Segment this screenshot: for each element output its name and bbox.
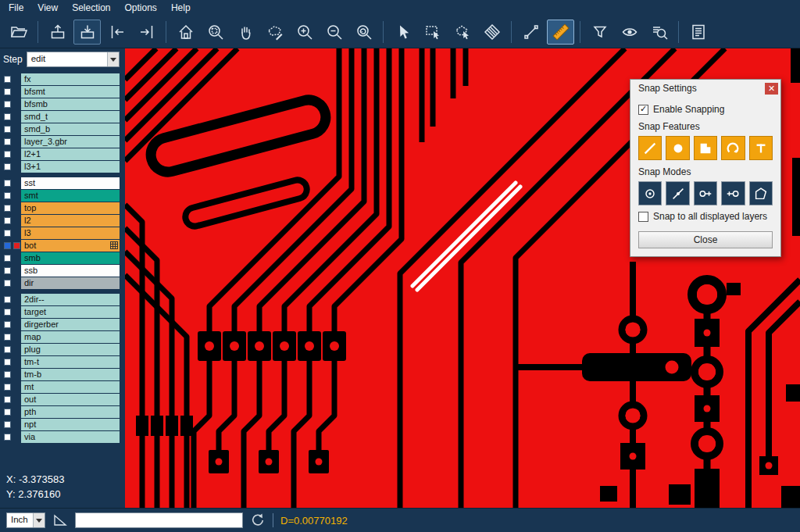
layer-visibility-checkbox[interactable] bbox=[4, 76, 11, 83]
visibility-button[interactable] bbox=[616, 20, 643, 45]
layer-visibility-checkbox[interactable] bbox=[4, 230, 11, 237]
units-select[interactable]: Inch bbox=[6, 512, 45, 528]
layer-row-out[interactable]: out bbox=[0, 394, 125, 405]
layer-name[interactable]: smd_t bbox=[21, 111, 120, 123]
layer-visibility-checkbox[interactable] bbox=[4, 359, 11, 366]
layer-name[interactable]: bot bbox=[21, 240, 120, 252]
layer-row-sst[interactable]: sst bbox=[0, 177, 125, 189]
layer-row-tm-b[interactable]: tm-b bbox=[0, 369, 125, 380]
layer-row-pth[interactable]: pth bbox=[0, 406, 125, 418]
layer-row-l3+1[interactable]: l3+1 bbox=[0, 161, 125, 173]
layer-row-bfsmt[interactable]: bfsmt bbox=[0, 86, 125, 98]
menu-options[interactable]: Options bbox=[118, 0, 164, 16]
find-button[interactable] bbox=[645, 20, 673, 45]
command-input[interactable] bbox=[75, 512, 243, 528]
layer-visibility-checkbox[interactable] bbox=[4, 217, 11, 224]
layer-name[interactable]: dir bbox=[21, 277, 120, 289]
layer-visibility-checkbox[interactable] bbox=[4, 309, 11, 316]
zoom-polygon-button[interactable] bbox=[261, 20, 288, 45]
layer-name[interactable]: sst bbox=[21, 177, 120, 189]
layer-row-ssb[interactable]: ssb bbox=[0, 265, 125, 277]
layer-name[interactable]: smb bbox=[21, 252, 120, 264]
layer-name[interactable]: top bbox=[21, 202, 120, 214]
select-button[interactable] bbox=[389, 20, 416, 45]
layer-visibility-checkbox[interactable] bbox=[4, 113, 11, 120]
report-button[interactable] bbox=[684, 20, 712, 45]
layer-visibility-checkbox[interactable] bbox=[4, 267, 11, 274]
layer-name[interactable]: mt bbox=[21, 381, 120, 393]
layer-visibility-checkbox[interactable] bbox=[4, 371, 11, 378]
layer-row-npt[interactable]: npt bbox=[0, 419, 125, 430]
pan-button[interactable] bbox=[231, 20, 259, 45]
menu-view[interactable]: View bbox=[30, 0, 65, 16]
zoom-in-button[interactable] bbox=[291, 20, 318, 45]
layer-row-dirgerber[interactable]: dirgerber bbox=[0, 319, 125, 330]
feature-text-button[interactable] bbox=[749, 136, 773, 160]
zoom-out-button[interactable] bbox=[320, 20, 348, 45]
mode-center-button[interactable] bbox=[638, 181, 662, 205]
layer-visibility-checkbox[interactable] bbox=[4, 346, 11, 353]
measure-ruler-button[interactable] bbox=[547, 20, 574, 45]
layer-name[interactable]: l3+1 bbox=[21, 161, 120, 173]
layer-visibility-checkbox[interactable] bbox=[4, 163, 11, 170]
layer-name[interactable]: out bbox=[21, 394, 120, 405]
layer-visibility-checkbox[interactable] bbox=[4, 255, 11, 262]
load-top-button[interactable] bbox=[44, 20, 71, 45]
mode-pad-exit-button[interactable] bbox=[721, 181, 745, 205]
layer-row-smd_t[interactable]: smd_t bbox=[0, 111, 125, 123]
dock-left-button[interactable] bbox=[103, 20, 130, 45]
layer-name[interactable]: layer_3.gbr bbox=[21, 136, 120, 148]
layer-visibility-checkbox[interactable] bbox=[4, 334, 11, 341]
dialog-title-bar[interactable]: Snap Settings ✕ bbox=[630, 80, 780, 97]
layer-visibility-checkbox[interactable] bbox=[4, 409, 11, 416]
rotate-icon[interactable] bbox=[250, 512, 266, 528]
feature-surface-button[interactable] bbox=[694, 136, 717, 160]
layer-visibility-checkbox[interactable] bbox=[4, 126, 11, 133]
layer-visibility-checkbox[interactable] bbox=[4, 296, 11, 303]
mode-outline-button[interactable] bbox=[749, 181, 773, 205]
layer-name[interactable]: map bbox=[21, 331, 120, 343]
layer-row-plug[interactable]: plug bbox=[0, 344, 125, 355]
layer-name[interactable]: bfsmb bbox=[21, 98, 120, 110]
layer-name[interactable]: tm-t bbox=[21, 356, 120, 368]
layer-name[interactable]: pth bbox=[21, 406, 120, 418]
mode-midpoint-button[interactable] bbox=[666, 181, 689, 205]
feature-line-button[interactable] bbox=[638, 136, 662, 160]
feature-arc-button[interactable] bbox=[721, 136, 745, 160]
layer-visibility-checkbox[interactable] bbox=[4, 205, 11, 212]
layer-row-mt[interactable]: mt bbox=[0, 381, 125, 393]
enable-snapping-checkbox[interactable]: ✓ bbox=[638, 105, 648, 115]
layer-row-bot[interactable]: bot bbox=[0, 240, 125, 252]
home-view-button[interactable] bbox=[172, 20, 199, 45]
layer-name[interactable]: npt bbox=[21, 419, 120, 430]
layer-name[interactable]: tm-b bbox=[21, 369, 120, 380]
select-polygon-button[interactable] bbox=[448, 20, 476, 45]
zoom-window-button[interactable] bbox=[202, 20, 229, 45]
layer-row-top[interactable]: top bbox=[0, 202, 125, 214]
layer-name[interactable]: smt bbox=[21, 190, 120, 202]
hatch-button[interactable] bbox=[478, 20, 505, 45]
layer-name[interactable]: 2dir-- bbox=[21, 294, 120, 305]
layer-row-layer_3.gbr[interactable]: layer_3.gbr bbox=[0, 136, 125, 148]
layer-visibility-checkbox[interactable] bbox=[4, 151, 11, 158]
layer-row-l3[interactable]: l3 bbox=[0, 227, 125, 239]
select-rectangle-button[interactable] bbox=[419, 20, 446, 45]
layer-visibility-checkbox[interactable] bbox=[4, 138, 11, 145]
layer-row-2dir--[interactable]: 2dir-- bbox=[0, 294, 125, 305]
layer-row-map[interactable]: map bbox=[0, 331, 125, 343]
angle-icon[interactable] bbox=[52, 512, 68, 528]
layer-row-target[interactable]: target bbox=[0, 306, 125, 318]
line-tool-button[interactable] bbox=[517, 20, 545, 45]
feature-pad-button[interactable] bbox=[666, 136, 689, 160]
layer-name[interactable]: target bbox=[21, 306, 120, 318]
layer-visibility-checkbox[interactable] bbox=[4, 384, 11, 391]
menu-file[interactable]: File bbox=[2, 0, 30, 16]
layer-name[interactable]: fx bbox=[21, 73, 120, 85]
layer-name[interactable]: l2+1 bbox=[21, 148, 120, 160]
layer-row-bfsmb[interactable]: bfsmb bbox=[0, 98, 125, 110]
menu-help[interactable]: Help bbox=[164, 0, 198, 16]
layer-row-smt[interactable]: smt bbox=[0, 190, 125, 202]
layer-name[interactable]: via bbox=[21, 431, 120, 443]
layer-row-tm-t[interactable]: tm-t bbox=[0, 356, 125, 368]
filter-button[interactable] bbox=[586, 20, 613, 45]
